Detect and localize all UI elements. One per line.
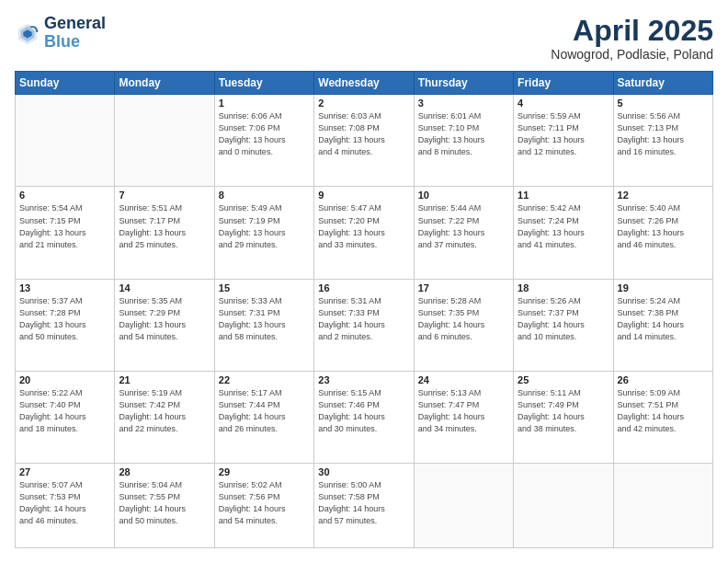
day-number: 25 [518, 374, 609, 385]
calendar-table: SundayMondayTuesdayWednesdayThursdayFrid… [15, 71, 713, 548]
header: General Blue April 2025 Nowogrod, Podlas… [15, 15, 713, 62]
calendar-day-cell: 7Sunrise: 5:51 AM Sunset: 7:17 PM Daylig… [115, 187, 214, 279]
calendar-week-row: 27Sunrise: 5:07 AM Sunset: 7:53 PM Dayli… [16, 464, 713, 548]
day-number: 19 [618, 282, 709, 293]
weekday-header-cell: Friday [514, 72, 613, 95]
calendar-day-cell: 23Sunrise: 5:15 AM Sunset: 7:46 PM Dayli… [314, 371, 414, 463]
calendar-day-cell: 10Sunrise: 5:44 AM Sunset: 7:22 PM Dayli… [414, 187, 513, 279]
calendar-day-cell: 11Sunrise: 5:42 AM Sunset: 7:24 PM Dayli… [514, 187, 613, 279]
calendar-day-cell [414, 464, 513, 548]
day-number: 6 [19, 190, 110, 201]
day-info: Sunrise: 5:44 AM Sunset: 7:22 PM Dayligh… [418, 202, 509, 250]
calendar-day-cell: 15Sunrise: 5:33 AM Sunset: 7:31 PM Dayli… [214, 279, 313, 371]
calendar-day-cell: 28Sunrise: 5:04 AM Sunset: 7:55 PM Dayli… [115, 464, 214, 548]
day-number: 3 [418, 98, 509, 109]
calendar-day-cell: 17Sunrise: 5:28 AM Sunset: 7:35 PM Dayli… [414, 279, 513, 371]
day-number: 11 [518, 190, 609, 201]
page: General Blue April 2025 Nowogrod, Podlas… [0, 0, 728, 563]
weekday-header-cell: Monday [115, 72, 214, 95]
day-info: Sunrise: 5:26 AM Sunset: 7:37 PM Dayligh… [518, 295, 609, 343]
day-number: 15 [219, 282, 310, 293]
logo-line1: General [44, 15, 106, 33]
day-info: Sunrise: 5:07 AM Sunset: 7:53 PM Dayligh… [19, 479, 110, 527]
day-info: Sunrise: 5:22 AM Sunset: 7:40 PM Dayligh… [19, 387, 110, 435]
calendar-week-row: 1Sunrise: 6:06 AM Sunset: 7:06 PM Daylig… [16, 95, 713, 187]
day-number: 13 [19, 282, 110, 293]
day-number: 5 [618, 98, 709, 109]
day-info: Sunrise: 5:19 AM Sunset: 7:42 PM Dayligh… [119, 387, 210, 435]
calendar-week-row: 13Sunrise: 5:37 AM Sunset: 7:28 PM Dayli… [16, 279, 713, 371]
day-info: Sunrise: 5:59 AM Sunset: 7:11 PM Dayligh… [518, 110, 609, 158]
calendar-day-cell: 29Sunrise: 5:02 AM Sunset: 7:56 PM Dayli… [214, 464, 313, 548]
day-number: 9 [318, 190, 409, 201]
day-number: 14 [119, 282, 210, 293]
day-number: 1 [219, 98, 310, 109]
day-info: Sunrise: 5:47 AM Sunset: 7:20 PM Dayligh… [318, 202, 409, 250]
weekday-header-cell: Thursday [414, 72, 513, 95]
calendar-day-cell: 18Sunrise: 5:26 AM Sunset: 7:37 PM Dayli… [514, 279, 613, 371]
calendar-day-cell: 19Sunrise: 5:24 AM Sunset: 7:38 PM Dayli… [613, 279, 712, 371]
day-info: Sunrise: 5:04 AM Sunset: 7:55 PM Dayligh… [119, 479, 210, 527]
calendar-day-cell: 5Sunrise: 5:56 AM Sunset: 7:13 PM Daylig… [613, 95, 712, 187]
day-info: Sunrise: 5:37 AM Sunset: 7:28 PM Dayligh… [19, 295, 110, 343]
day-number: 23 [318, 374, 409, 385]
day-info: Sunrise: 5:33 AM Sunset: 7:31 PM Dayligh… [219, 295, 310, 343]
month-title: April 2025 [551, 15, 713, 47]
calendar-day-cell: 8Sunrise: 5:49 AM Sunset: 7:19 PM Daylig… [214, 187, 313, 279]
weekday-header-cell: Wednesday [314, 72, 414, 95]
day-number: 24 [418, 374, 509, 385]
calendar-day-cell: 2Sunrise: 6:03 AM Sunset: 7:08 PM Daylig… [314, 95, 414, 187]
calendar-day-cell: 3Sunrise: 6:01 AM Sunset: 7:10 PM Daylig… [414, 95, 513, 187]
day-info: Sunrise: 5:11 AM Sunset: 7:49 PM Dayligh… [518, 387, 609, 435]
calendar-day-cell [16, 95, 115, 187]
weekday-header-cell: Tuesday [214, 72, 313, 95]
day-number: 16 [318, 282, 409, 293]
day-info: Sunrise: 5:54 AM Sunset: 7:15 PM Dayligh… [19, 202, 110, 250]
day-info: Sunrise: 5:00 AM Sunset: 7:58 PM Dayligh… [318, 479, 409, 527]
day-number: 22 [219, 374, 310, 385]
day-info: Sunrise: 5:15 AM Sunset: 7:46 PM Dayligh… [318, 387, 409, 435]
day-info: Sunrise: 5:13 AM Sunset: 7:47 PM Dayligh… [418, 387, 509, 435]
calendar-day-cell: 16Sunrise: 5:31 AM Sunset: 7:33 PM Dayli… [314, 279, 414, 371]
calendar-day-cell: 21Sunrise: 5:19 AM Sunset: 7:42 PM Dayli… [115, 371, 214, 463]
logo-icon [15, 20, 40, 46]
calendar-day-cell: 9Sunrise: 5:47 AM Sunset: 7:20 PM Daylig… [314, 187, 414, 279]
calendar-day-cell: 26Sunrise: 5:09 AM Sunset: 7:51 PM Dayli… [613, 371, 712, 463]
weekday-header-cell: Saturday [613, 72, 712, 95]
day-number: 29 [219, 466, 310, 477]
calendar-day-cell: 30Sunrise: 5:00 AM Sunset: 7:58 PM Dayli… [314, 464, 414, 548]
day-info: Sunrise: 5:51 AM Sunset: 7:17 PM Dayligh… [119, 202, 210, 250]
day-info: Sunrise: 6:03 AM Sunset: 7:08 PM Dayligh… [318, 110, 409, 158]
day-number: 28 [119, 466, 210, 477]
day-info: Sunrise: 5:28 AM Sunset: 7:35 PM Dayligh… [418, 295, 509, 343]
day-number: 26 [618, 374, 709, 385]
calendar-day-cell: 12Sunrise: 5:40 AM Sunset: 7:26 PM Dayli… [613, 187, 712, 279]
calendar-day-cell [115, 95, 214, 187]
day-number: 10 [418, 190, 509, 201]
calendar-day-cell: 1Sunrise: 6:06 AM Sunset: 7:06 PM Daylig… [214, 95, 313, 187]
day-info: Sunrise: 5:56 AM Sunset: 7:13 PM Dayligh… [618, 110, 709, 158]
day-info: Sunrise: 5:40 AM Sunset: 7:26 PM Dayligh… [618, 202, 709, 250]
day-info: Sunrise: 5:09 AM Sunset: 7:51 PM Dayligh… [618, 387, 709, 435]
day-number: 17 [418, 282, 509, 293]
calendar-week-row: 20Sunrise: 5:22 AM Sunset: 7:40 PM Dayli… [16, 371, 713, 463]
day-number: 21 [119, 374, 210, 385]
calendar-day-cell: 6Sunrise: 5:54 AM Sunset: 7:15 PM Daylig… [16, 187, 115, 279]
day-number: 2 [318, 98, 409, 109]
day-number: 30 [318, 466, 409, 477]
calendar-day-cell: 25Sunrise: 5:11 AM Sunset: 7:49 PM Dayli… [514, 371, 613, 463]
calendar-day-cell [514, 464, 613, 548]
logo-text: General Blue [44, 15, 106, 52]
day-info: Sunrise: 5:31 AM Sunset: 7:33 PM Dayligh… [318, 295, 409, 343]
calendar-day-cell: 22Sunrise: 5:17 AM Sunset: 7:44 PM Dayli… [214, 371, 313, 463]
logo-line2: Blue [44, 33, 106, 52]
day-info: Sunrise: 5:17 AM Sunset: 7:44 PM Dayligh… [219, 387, 310, 435]
calendar-day-cell: 14Sunrise: 5:35 AM Sunset: 7:29 PM Dayli… [115, 279, 214, 371]
calendar-day-cell: 13Sunrise: 5:37 AM Sunset: 7:28 PM Dayli… [16, 279, 115, 371]
day-info: Sunrise: 5:42 AM Sunset: 7:24 PM Dayligh… [518, 202, 609, 250]
weekday-header-cell: Sunday [16, 72, 115, 95]
location-subtitle: Nowogrod, Podlasie, Poland [551, 47, 713, 62]
calendar-day-cell: 24Sunrise: 5:13 AM Sunset: 7:47 PM Dayli… [414, 371, 513, 463]
day-number: 4 [518, 98, 609, 109]
day-number: 18 [518, 282, 609, 293]
